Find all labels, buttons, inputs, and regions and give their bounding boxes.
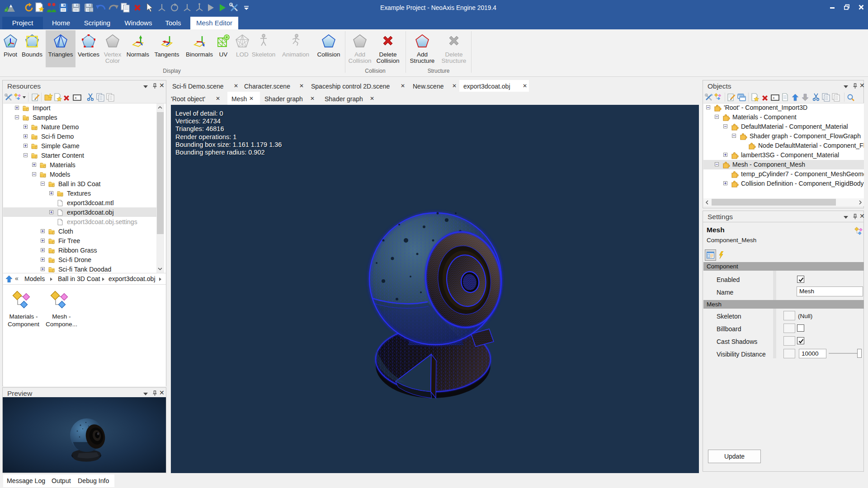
svg-text:x: x (75, 96, 77, 100)
svg-text:x: x (773, 96, 775, 100)
